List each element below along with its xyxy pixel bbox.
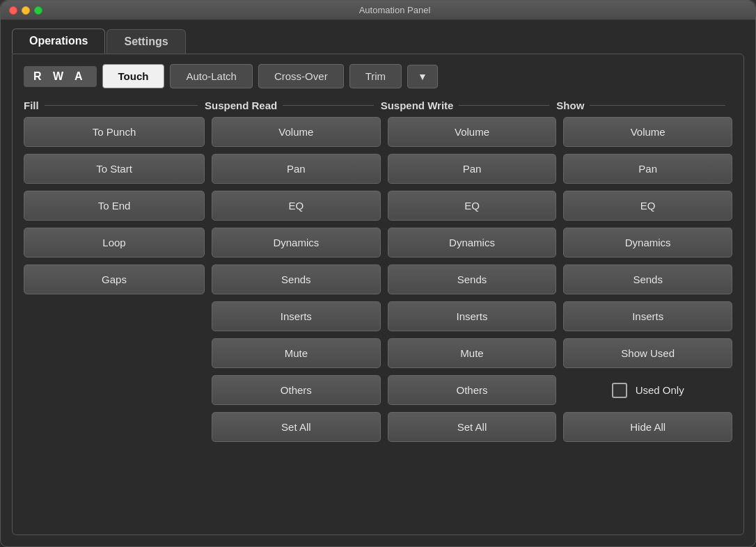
sw-volume-button-0[interactable]: Volume: [388, 117, 557, 147]
column-headers: Fill Suspend Read Suspend Write Show: [24, 100, 732, 111]
fill-cell-4: Gaps: [24, 264, 205, 294]
suspend-read-cell-4: Sends: [212, 264, 381, 294]
suspend-read-cell-6: Mute: [212, 338, 381, 368]
suspend-read-cell-3: Dynamics: [212, 228, 381, 257]
suspend-write-cell-2: EQ: [388, 191, 557, 221]
table-row: To End EQ EQ EQ: [24, 191, 732, 221]
mode-dropdown-button[interactable]: ▼: [407, 65, 438, 88]
window-title: Automation Panel: [42, 5, 747, 15]
rwa-label: R W A: [33, 70, 87, 83]
gaps-button[interactable]: Gaps: [24, 264, 205, 294]
fill-cell-1: To Start: [24, 154, 205, 184]
suspend-write-cell-3: Dynamics: [388, 228, 557, 257]
fill-cell-5-empty: [24, 301, 205, 331]
fill-cell-0: To Punch: [24, 117, 205, 147]
main-panel: R W A Touch Auto-Latch Cross-Over Trim ▼…: [12, 54, 744, 535]
suspend-write-cell-4: Sends: [388, 264, 557, 294]
grid-rows: To Punch Volume Volume Volume: [24, 117, 732, 442]
show-used-button[interactable]: Show Used: [563, 338, 732, 368]
sw-sends-button[interactable]: Sends: [388, 264, 557, 294]
show-header-line: [590, 105, 725, 106]
sw-pan-button[interactable]: Pan: [388, 154, 557, 184]
show-cell-3: Dynamics: [563, 228, 732, 257]
suspend-write-header-label: Suspend Write: [381, 100, 454, 111]
fill-cell-3: Loop: [24, 228, 205, 257]
suspend-read-cell-8: Set All: [212, 412, 381, 442]
minimize-button[interactable]: [22, 6, 30, 15]
sr-eq-button[interactable]: EQ: [212, 191, 381, 221]
header-fill: Fill: [24, 100, 205, 111]
suspend-read-cell-1: Pan: [212, 154, 381, 184]
mode-auto-latch-button[interactable]: Auto-Latch: [170, 64, 253, 88]
show-eq-button[interactable]: EQ: [563, 191, 732, 221]
show-volume-button[interactable]: Volume: [563, 117, 732, 147]
show-cell-6: Show Used: [563, 338, 732, 368]
sw-others-button[interactable]: Others: [388, 375, 557, 405]
suspend-read-cell-0: Volume: [212, 117, 381, 147]
header-show: Show: [556, 100, 732, 111]
show-cell-7-used-only: Used Only: [563, 375, 732, 405]
fill-cell-2: To End: [24, 191, 205, 221]
sr-others-button[interactable]: Others: [212, 375, 381, 405]
header-suspend-write: Suspend Write: [381, 100, 557, 111]
window-controls: [9, 6, 42, 15]
titlebar: Automation Panel: [1, 1, 755, 20]
used-only-checkbox[interactable]: [612, 383, 627, 398]
show-dynamics-button[interactable]: Dynamics: [563, 228, 732, 257]
suspend-read-header-label: Suspend Read: [205, 100, 277, 111]
maximize-button[interactable]: [34, 6, 42, 15]
sw-mute-button[interactable]: Mute: [388, 338, 557, 368]
suspend-write-cell-0: Volume: [388, 117, 557, 147]
mode-trim-button[interactable]: Trim: [349, 64, 402, 88]
suspend-write-cell-5: Inserts: [388, 301, 557, 331]
grid-section: Fill Suspend Read Suspend Write Show: [24, 100, 732, 525]
content-area: Operations Settings R W A Touch Auto-Lat…: [1, 20, 755, 546]
show-sends-button[interactable]: Sends: [563, 264, 732, 294]
suspend-write-header-line: [459, 105, 549, 106]
to-punch-button[interactable]: To Punch: [24, 117, 205, 147]
sr-dynamics-button[interactable]: Dynamics: [212, 228, 381, 257]
suspend-read-cell-2: EQ: [212, 191, 381, 221]
used-only-row: Used Only: [606, 379, 690, 402]
table-row: Inserts Inserts Inserts: [24, 301, 732, 331]
sr-set-all-button[interactable]: Set All: [212, 412, 381, 442]
fill-cell-8-empty: [24, 412, 205, 442]
suspend-read-cell-5: Inserts: [212, 301, 381, 331]
mode-cross-over-button[interactable]: Cross-Over: [258, 64, 344, 88]
fill-header-label: Fill: [24, 100, 39, 111]
sw-inserts-button[interactable]: Inserts: [388, 301, 557, 331]
tab-operations[interactable]: Operations: [12, 29, 105, 54]
show-cell-1: Pan: [563, 154, 732, 184]
to-end-button[interactable]: To End: [24, 191, 205, 221]
sr-mute-button[interactable]: Mute: [212, 338, 381, 368]
table-row: Loop Dynamics Dynamics Dynamics: [24, 228, 732, 257]
show-header-label: Show: [556, 100, 584, 111]
show-pan-button[interactable]: Pan: [563, 154, 732, 184]
table-row: To Start Pan Pan Pan: [24, 154, 732, 184]
loop-button[interactable]: Loop: [24, 228, 205, 257]
sr-pan-button[interactable]: Pan: [212, 154, 381, 184]
sr-inserts-button[interactable]: Inserts: [212, 301, 381, 331]
to-start-button[interactable]: To Start: [24, 154, 205, 184]
close-button[interactable]: [9, 6, 17, 15]
show-cell-8: Hide All: [563, 412, 732, 442]
table-row: Set All Set All Hide All: [24, 412, 732, 442]
sw-set-all-button[interactable]: Set All: [388, 412, 557, 442]
suspend-write-cell-8: Set All: [388, 412, 557, 442]
suspend-write-cell-1: Pan: [388, 154, 557, 184]
suspend-read-header-line: [283, 105, 373, 106]
mode-touch-button[interactable]: Touch: [102, 64, 165, 88]
show-cell-0: Volume: [563, 117, 732, 147]
fill-header-line: [45, 105, 198, 106]
suspend-read-cell-7: Others: [212, 375, 381, 405]
tab-settings[interactable]: Settings: [107, 29, 185, 54]
table-row: Gaps Sends Sends Sends: [24, 264, 732, 294]
sr-volume-button-0[interactable]: Volume: [212, 117, 381, 147]
sw-eq-button[interactable]: EQ: [388, 191, 557, 221]
hide-all-button[interactable]: Hide All: [563, 412, 732, 442]
used-only-label: Used Only: [636, 384, 684, 396]
sr-sends-button[interactable]: Sends: [212, 264, 381, 294]
show-inserts-button[interactable]: Inserts: [563, 301, 732, 331]
sw-dynamics-button[interactable]: Dynamics: [388, 228, 557, 257]
show-cell-4: Sends: [563, 264, 732, 294]
